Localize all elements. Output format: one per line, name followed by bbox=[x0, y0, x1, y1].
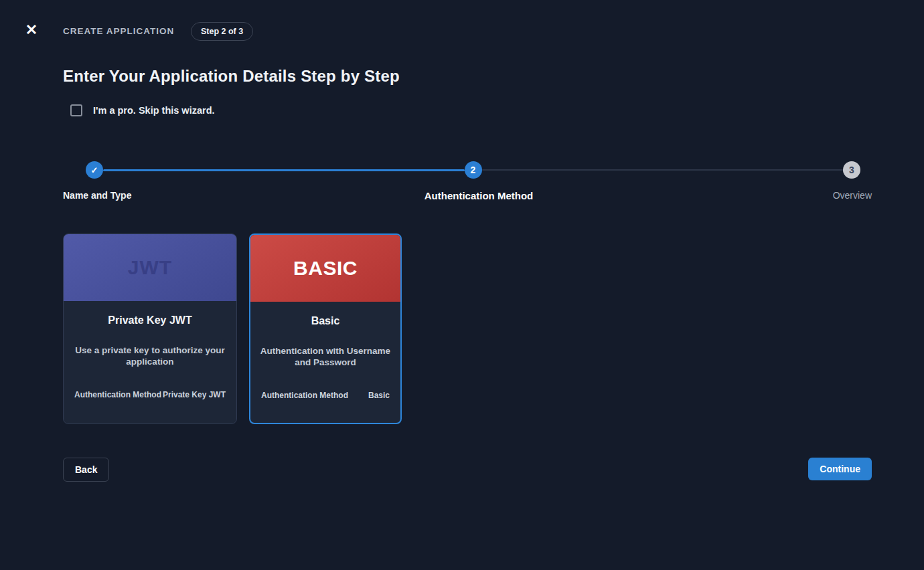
stepper-track: ✓ 2 3 bbox=[63, 161, 872, 179]
card-meta-row: Authentication Method Private Key JWT bbox=[74, 390, 226, 399]
card-description: Use a private key to authorize your appl… bbox=[73, 345, 227, 367]
auth-method-options: JWT Private Key JWT Use a private key to… bbox=[63, 233, 402, 424]
card-private-key-jwt[interactable]: JWT Private Key JWT Use a private key to… bbox=[63, 233, 237, 424]
card-basic[interactable]: BASIC Basic Authentication with Username… bbox=[249, 233, 402, 424]
skip-wizard-label[interactable]: I'm a pro. Skip this wizard. bbox=[93, 105, 215, 116]
card-title: Private Key JWT bbox=[64, 314, 236, 326]
card-description: Authentication with Username and Passwor… bbox=[260, 345, 391, 368]
stepper-connector-todo bbox=[482, 169, 844, 171]
step-3-label: Overview bbox=[833, 190, 872, 201]
continue-button[interactable]: Continue bbox=[808, 458, 872, 480]
close-icon[interactable]: ✕ bbox=[23, 21, 40, 39]
meta-label: Authentication Method bbox=[261, 391, 348, 400]
skip-wizard-checkbox[interactable] bbox=[70, 104, 82, 116]
wizard-stepper: ✓ 2 3 Name and Type Authentication Metho… bbox=[63, 161, 872, 202]
stepper-connector-done bbox=[103, 169, 465, 171]
meta-label: Authentication Method bbox=[74, 390, 161, 399]
window-title: CREATE APPLICATION bbox=[63, 26, 174, 36]
basic-banner: BASIC bbox=[250, 235, 400, 302]
back-button[interactable]: Back bbox=[63, 458, 109, 482]
skip-wizard-row: I'm a pro. Skip this wizard. bbox=[70, 104, 215, 116]
page-title: Enter Your Application Details Step by S… bbox=[63, 67, 400, 86]
step-2-indicator: 2 bbox=[465, 161, 482, 179]
step-2-label: Authentication Method bbox=[425, 190, 533, 201]
meta-value: Private Key JWT bbox=[163, 390, 226, 399]
meta-value: Basic bbox=[368, 391, 390, 400]
step-3-indicator: 3 bbox=[843, 161, 860, 179]
card-meta-row: Authentication Method Basic bbox=[261, 391, 390, 400]
step-1-check-icon: ✓ bbox=[86, 161, 103, 179]
card-title: Basic bbox=[250, 315, 400, 327]
step-1-label: Name and Type bbox=[63, 190, 131, 201]
jwt-banner: JWT bbox=[64, 234, 236, 301]
wizard-footer: Back Continue bbox=[63, 458, 872, 482]
stepper-labels: Name and Type Authentication Method Over… bbox=[63, 190, 872, 202]
step-badge: Step 2 of 3 bbox=[191, 22, 253, 41]
